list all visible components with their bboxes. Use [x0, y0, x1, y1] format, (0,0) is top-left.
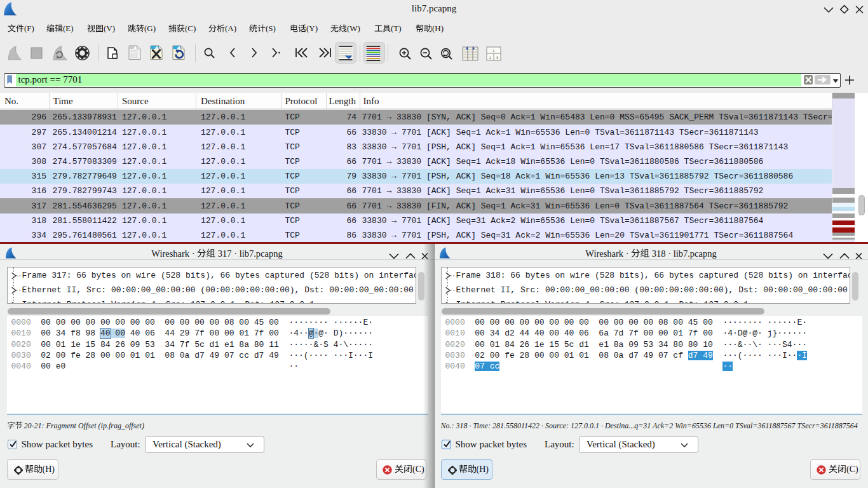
svg-text:2: 2 [489, 55, 492, 60]
svg-text:1: 1 [492, 48, 495, 53]
svg-text:3: 3 [496, 55, 499, 60]
svg-text:0111: 0111 [131, 55, 138, 58]
